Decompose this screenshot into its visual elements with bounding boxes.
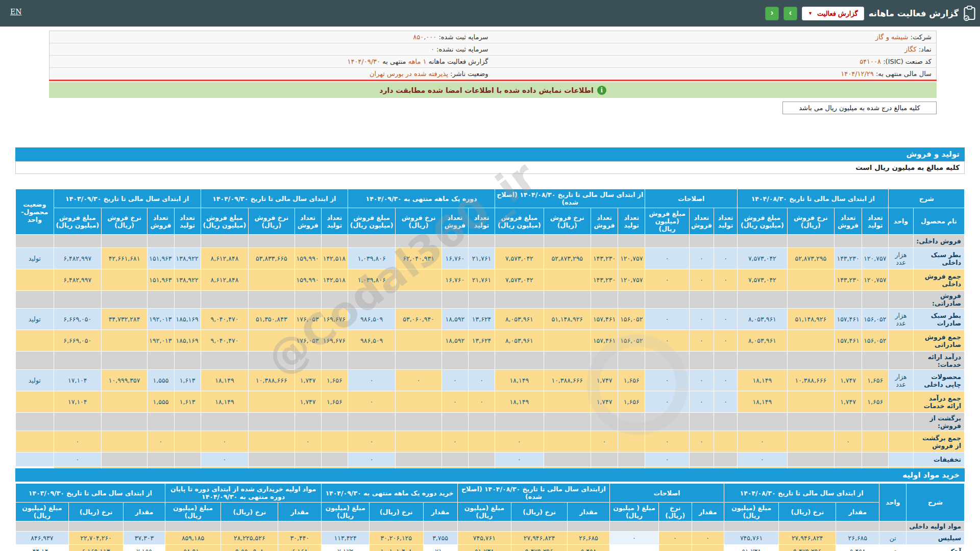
data-cell: ۷۴۵,۷۶۱ <box>457 532 511 545</box>
info-cell-right: شرکت: شیشه و گاز <box>493 33 937 41</box>
empty-cell <box>396 352 442 370</box>
column-group-header: از ابتدای سال مالی تا تاریخ ۱۴۰۴/۰۹/۳۰ <box>201 189 348 208</box>
empty-cell <box>101 235 147 248</box>
column-header: تعداد تولید <box>468 208 495 235</box>
data-cell: ۱,۷۴۷ <box>834 391 862 413</box>
column-group-header: شرح <box>889 189 965 208</box>
data-cell: ۰ <box>714 309 737 330</box>
data-cell: ۱,۶۱۳ <box>174 391 201 413</box>
column-header: تعداد فروش <box>834 208 862 235</box>
column-header: مبلغ فروش (میلیون ریال) <box>495 208 544 235</box>
empty-cell <box>369 521 423 532</box>
empty-cell <box>787 352 834 370</box>
column-header: مقدار <box>567 503 609 521</box>
empty-cell <box>544 413 591 431</box>
column-group-header: اصلاحات <box>610 484 724 503</box>
data-cell: ۷,۱۵۵ <box>124 545 165 551</box>
empty-cell <box>295 352 321 370</box>
empty-cell <box>278 521 322 532</box>
data-cell: ۷,۵۷۳,۰۴۲ <box>738 269 787 291</box>
empty-cell <box>689 413 714 431</box>
column-header: تعداد فروش <box>591 208 618 235</box>
data-cell: ۵۲,۸۷۳,۲۹۵ <box>544 248 591 269</box>
data-cell: ۰ <box>834 431 862 453</box>
next-report-button[interactable]: › <box>783 7 797 20</box>
empty-cell <box>457 521 511 532</box>
section-row-label: فروش صادراتی: <box>913 291 964 309</box>
report-type-dropdown[interactable]: گزارش فعالیت ▼ <box>802 7 864 20</box>
column-header: مقدار <box>423 503 457 521</box>
empty-cell <box>54 352 101 370</box>
column-header: نرخ فروش (ریال) <box>249 208 295 235</box>
clipboard-report-icon <box>963 6 976 21</box>
empty-cell <box>295 413 321 431</box>
data-cell: ۱۵۱,۹۶۳ <box>148 269 174 291</box>
empty-cell <box>348 413 395 431</box>
column-header: نرخ (ریال) <box>369 503 423 521</box>
data-cell: ۰ <box>396 370 442 391</box>
empty-cell <box>495 235 544 248</box>
column-group-header: از ابتدای سال مالی تا تاریخ ۱۴۰۴/۰۸/۳۰ <box>738 189 889 208</box>
empty-cell <box>787 291 834 309</box>
row-label-cell: جمع درآمد ارائه خدمات <box>913 391 964 413</box>
chevron-down-icon: ▼ <box>808 11 813 16</box>
data-cell <box>889 453 913 467</box>
data-cell <box>249 453 295 467</box>
column-header: نرخ (ریال) <box>68 503 124 521</box>
amounts-unit-tab[interactable]: کلیه مبالغ درج شده به میلیون ریال می باش… <box>782 102 937 114</box>
data-cell: ۱۳,۶۲۴ <box>468 330 495 352</box>
info-icon: i <box>597 86 606 95</box>
column-header: تعداد فروش <box>442 208 468 235</box>
empty-cell <box>16 521 69 532</box>
column-header: مقدار <box>836 503 879 521</box>
data-cell: ۰ <box>714 391 737 413</box>
info-cell-right: کد صنعت (ISIC): ۵۴۱۰۰۸ <box>493 58 937 65</box>
column-header: مبلغ (میلیون ریال) <box>322 503 369 521</box>
table-row: سیلیستن۲۶,۶۸۵۲۷,۹۴۶,۸۲۴۷۴۵,۷۶۱۰۰۰۲۶,۶۸۵۲… <box>16 532 965 545</box>
empty-cell <box>787 413 834 431</box>
table-row: مواد اولیه داخلی <box>16 521 965 532</box>
empty-cell <box>396 413 442 431</box>
empty-cell <box>16 291 54 309</box>
data-cell: ۲۱,۷۶۱ <box>468 269 495 291</box>
data-cell <box>16 391 54 413</box>
data-cell: ۱,۶۵۶ <box>321 391 348 413</box>
empty-cell <box>889 235 913 248</box>
column-group-header: دوره یک ماهه منتهی به ۱۴۰۴/۰۹/۳۰ <box>348 189 495 208</box>
empty-cell <box>322 521 369 532</box>
empty-cell <box>101 413 147 431</box>
data-cell <box>16 269 54 291</box>
data-cell: ۰ <box>442 391 468 413</box>
data-cell <box>101 431 147 453</box>
row-label-cell: سیلیس <box>906 532 965 545</box>
data-cell: ۶۲,۰۴۰,۹۳۱ <box>396 248 442 269</box>
empty-cell <box>249 291 295 309</box>
info-cell-left: وضعیت ناشر: پذیرفته شده در بورس تهران <box>50 70 493 78</box>
data-cell: ۱۴۳,۲۳۰ <box>591 269 618 291</box>
column-group-header: ازابتدای سال مالی تا تاریخ ۱۴۰۴/۰۸/۳۰ (ا… <box>457 484 610 503</box>
empty-cell <box>689 291 714 309</box>
data-cell: ۱,۵۵۵ <box>148 370 174 391</box>
data-cell: ۱,۶۵۶ <box>862 391 889 413</box>
empty-cell <box>879 521 906 532</box>
data-cell: ۱,۶۵۶ <box>618 370 645 391</box>
empty-cell <box>779 521 836 532</box>
data-cell: ۴۲,۶۶۱,۶۸۱ <box>101 248 147 269</box>
language-switch-en[interactable]: EN <box>10 8 21 16</box>
data-cell: ۲۸,۲۲۵,۵۲۶ <box>221 532 278 545</box>
data-cell: ۱۲۰,۷۵۷ <box>862 248 889 269</box>
empty-cell <box>423 521 457 532</box>
data-cell: ۱۵۷,۴۶۱ <box>591 330 618 352</box>
data-cell: ۱۵۷,۴۶۱ <box>834 330 862 352</box>
production-section-bar: تولید و فروش <box>15 147 965 161</box>
data-cell: ۰ <box>148 431 174 453</box>
data-cell: ۱,۶۵۶ <box>862 370 889 391</box>
empty-cell <box>645 235 689 248</box>
data-cell: ۰ <box>689 309 714 330</box>
prev-report-button[interactable]: ‹ <box>765 7 779 20</box>
data-cell: ۲۶,۶۸۵ <box>567 532 609 545</box>
data-cell: ۰ <box>689 431 714 453</box>
data-cell <box>689 453 714 467</box>
data-cell: ۹۸۶,۵۰۹ <box>348 309 395 330</box>
empty-cell <box>862 413 889 431</box>
